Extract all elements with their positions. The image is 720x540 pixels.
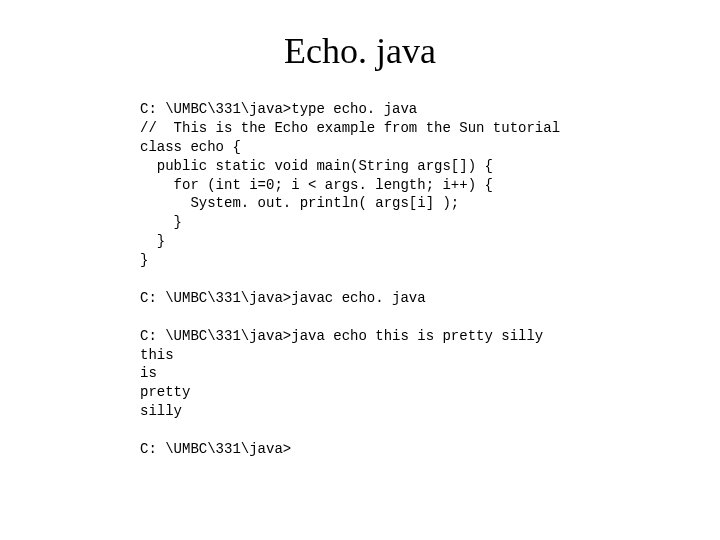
page-title: Echo. java [0, 30, 720, 72]
code-listing: C: \UMBC\331\java>type echo. java // Thi… [0, 100, 720, 459]
